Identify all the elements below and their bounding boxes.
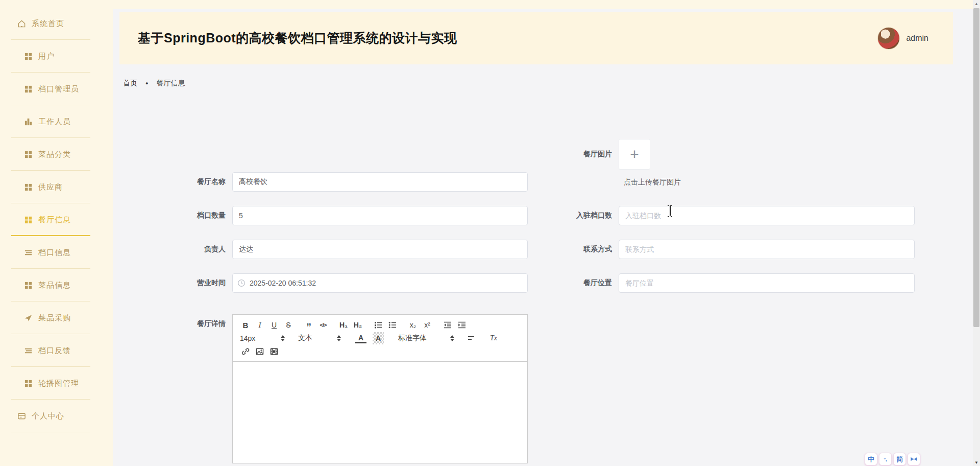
clear-format-button[interactable]: Tx [488, 332, 499, 344]
editor-content-area[interactable] [233, 362, 527, 463]
text-color-button[interactable]: A [355, 333, 366, 343]
ime-language-button[interactable]: 中 [865, 453, 877, 465]
sidebar-item-supplier[interactable]: 供应商 [0, 171, 113, 203]
font-family-select[interactable]: 标准字体 [398, 334, 454, 343]
sidebar-item-dish-category[interactable]: 菜品分类 [0, 138, 113, 171]
video-button[interactable] [268, 345, 280, 358]
field-label: 餐厅图片 [541, 150, 619, 159]
image-button[interactable] [254, 345, 265, 358]
field-label: 餐厅名称 [158, 177, 232, 187]
code-block-button[interactable]: </> [317, 319, 329, 331]
sidebar-item-profile[interactable]: 个人中心 [0, 400, 113, 432]
restaurant-detail-row: 餐厅详情 B I U S ” </> H₁ H₂ x₂ [158, 314, 528, 463]
outdent-button[interactable] [442, 319, 453, 331]
image-upload-button[interactable]: + [619, 139, 650, 170]
stall-count-row: 档口数量 [158, 206, 528, 225]
stall-count-input[interactable] [232, 206, 528, 225]
sidebar-item-label: 餐厅信息 [38, 215, 71, 225]
blockquote-button[interactable]: ” [303, 319, 314, 331]
link-icon [241, 347, 250, 356]
grid-icon [24, 85, 33, 94]
ime-skin-button[interactable] [908, 453, 920, 465]
ime-toolbar: 中 °, 简 [865, 453, 920, 465]
business-time-row: 营业时间 [158, 273, 528, 293]
grid-icon [24, 379, 33, 388]
sidebar-item-label: 菜品分类 [38, 150, 71, 159]
underline-button[interactable]: U [268, 319, 280, 331]
link-button[interactable] [240, 345, 251, 358]
ordered-list-button[interactable] [373, 319, 384, 331]
heading2-button[interactable]: H₂ [352, 319, 363, 331]
sidebar-item-label: 轮播图管理 [38, 379, 79, 388]
sidebar-item-label: 供应商 [38, 182, 63, 192]
restaurant-name-row: 餐厅名称 [158, 172, 528, 192]
sidebar-item-label: 档口反馈 [38, 346, 71, 356]
grid-icon [24, 150, 33, 159]
heading1-button[interactable]: H₁ [338, 319, 349, 331]
text-style-select[interactable]: 文本 [298, 334, 341, 343]
bar-chart-icon [24, 118, 33, 126]
main-content: 基于SpringBoot的高校餐饮档口管理系统的设计与实现 admin 首页 ●… [113, 9, 973, 466]
bold-button[interactable]: B [240, 319, 251, 331]
strikethrough-button[interactable]: S [283, 319, 294, 331]
contact-input[interactable] [619, 240, 915, 259]
location-input[interactable] [619, 273, 915, 293]
sidebar-item-label: 用户 [38, 52, 55, 61]
sidebar: 系统首页 用户 档口管理员 工作人员 菜品分类 供应商 餐厅信息 档口信息 [0, 0, 113, 466]
grid-icon [24, 52, 33, 61]
indent-button[interactable] [456, 319, 468, 331]
restaurant-name-input[interactable] [232, 172, 528, 192]
skin-icon [910, 455, 918, 463]
ordered-list-icon [374, 320, 383, 330]
italic-button[interactable]: I [254, 319, 265, 331]
superscript-button[interactable]: x² [422, 319, 433, 331]
field-label: 营业时间 [158, 278, 232, 288]
align-button[interactable] [465, 332, 477, 344]
editor-toolbar: B I U S ” </> H₁ H₂ x₂ x² [233, 315, 527, 362]
grid-icon [24, 281, 33, 290]
screen: 系统首页 用户 档口管理员 工作人员 菜品分类 供应商 餐厅信息 档口信息 [0, 0, 980, 466]
font-size-select[interactable]: 14px [240, 334, 285, 342]
rich-text-editor: B I U S ” </> H₁ H₂ x₂ x² [232, 314, 528, 463]
sidebar-item-restaurant-info[interactable]: 餐厅信息 [0, 203, 113, 236]
ime-punctuation-button[interactable]: °, [879, 453, 892, 465]
sidebar-item-staff[interactable]: 工作人员 [0, 105, 113, 138]
sidebar-item-label: 档口信息 [38, 248, 71, 258]
sidebar-item-carousel[interactable]: 轮播图管理 [0, 367, 113, 400]
select-arrows-icon [337, 335, 341, 341]
manager-input[interactable] [232, 240, 528, 259]
field-label: 餐厅详情 [158, 314, 232, 329]
scroll-up-icon[interactable]: ▲ [973, 0, 980, 7]
field-label: 联系方式 [541, 245, 619, 254]
scroll-down-icon[interactable]: ▼ [973, 459, 980, 466]
contact-row: 联系方式 [541, 240, 915, 259]
breadcrumb-home[interactable]: 首页 [123, 79, 137, 88]
plus-icon: + [630, 147, 639, 162]
sidebar-item-dish-purchase[interactable]: 菜品采购 [0, 301, 113, 334]
sidebar-item-label: 工作人员 [38, 117, 71, 127]
scrollbar-thumb[interactable] [973, 8, 979, 327]
field-label: 餐厅位置 [541, 278, 619, 288]
sidebar-item-stall-info[interactable]: 档口信息 [0, 236, 113, 269]
sidebar-item-stall-admin[interactable]: 档口管理员 [0, 73, 113, 105]
list-icon [24, 248, 33, 257]
subscript-button[interactable]: x₂ [407, 319, 419, 331]
bullet-list-button[interactable] [387, 319, 398, 331]
occupied-stall-row: 入驻档口数 [541, 206, 915, 225]
grid-icon [24, 183, 33, 192]
sidebar-item-dish-info[interactable]: 菜品信息 [0, 269, 113, 301]
sidebar-item-users[interactable]: 用户 [0, 40, 113, 73]
bullet-list-icon [388, 320, 397, 330]
ime-simplified-button[interactable]: 简 [893, 453, 906, 465]
sidebar-item-label: 个人中心 [32, 411, 64, 421]
vertical-scrollbar[interactable]: ▲ ▼ [973, 0, 980, 466]
sidebar-item-home[interactable]: 系统首页 [0, 7, 113, 40]
avatar[interactable] [877, 27, 900, 50]
occupied-stall-input[interactable] [619, 206, 915, 225]
sidebar-item-stall-feedback[interactable]: 档口反馈 [0, 334, 113, 367]
business-time-input[interactable] [232, 273, 528, 293]
breadcrumb-separator-icon: ● [145, 81, 148, 86]
sidebar-item-label: 档口管理员 [38, 84, 79, 94]
user-menu[interactable]: admin [877, 27, 928, 50]
highlight-color-button[interactable]: A [373, 332, 384, 344]
